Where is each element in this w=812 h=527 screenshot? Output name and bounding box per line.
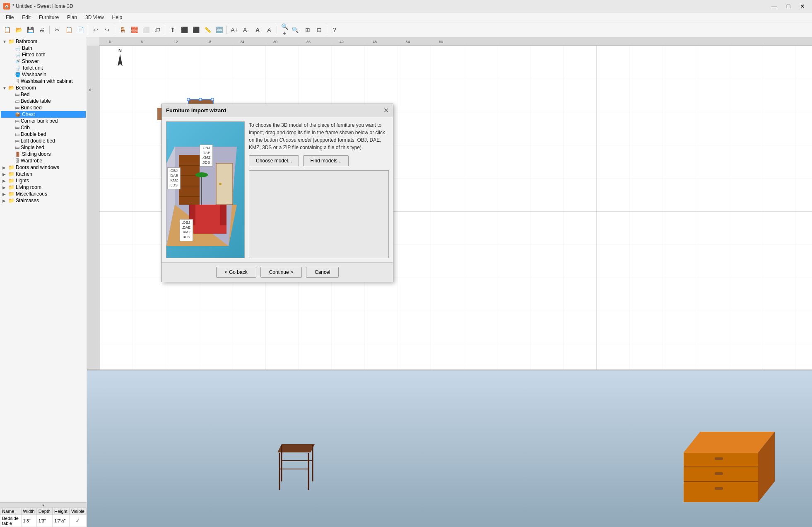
dialog-title-bar: Furniture import wizard ✕ [162, 104, 393, 117]
go-back-button[interactable]: < Go back [216, 267, 256, 278]
wizard-illustration [166, 122, 245, 258]
choose-model-button[interactable]: Choose model... [249, 155, 299, 166]
svg-point-53 [195, 172, 208, 177]
dialog-action-buttons: Choose model... Find models... [249, 155, 389, 166]
dialog-model-preview-area[interactable]: .OBJ .DAE .KMZ .3DS .OBJ .DAE .KMZ .3DS … [166, 121, 245, 258]
model-drop-zone[interactable] [249, 170, 389, 258]
dialog-title: Furniture import wizard [166, 107, 226, 114]
svg-rect-50 [216, 163, 233, 205]
svg-point-51 [219, 183, 222, 185]
furniture-import-wizard-dialog: Furniture import wizard ✕ [161, 104, 393, 282]
svg-rect-45 [179, 155, 200, 205]
cancel-button[interactable]: Cancel [306, 267, 339, 278]
find-models-button[interactable]: Find models... [303, 155, 348, 166]
dialog-overlay: Furniture import wizard ✕ [0, 0, 812, 527]
format-tag-1: .OBJ .DAE .KMZ .3DS [200, 145, 213, 167]
dialog-description: To choose the 3D model of the piece of f… [249, 121, 389, 151]
dialog-right-panel: To choose the 3D model of the piece of f… [249, 121, 389, 258]
dialog-body: .OBJ .DAE .KMZ .3DS .OBJ .DAE .KMZ .3DS … [162, 117, 393, 262]
svg-rect-57 [220, 205, 226, 225]
continue-button[interactable]: Continue > [260, 267, 302, 278]
dialog-footer: < Go back Continue > Cancel [162, 262, 393, 282]
format-tag-3: .OBJ .DAE .KMZ .3DS [180, 219, 193, 241]
format-tag-2: .OBJ .DAE .KMZ .3DS [167, 167, 181, 189]
dialog-close-button[interactable]: ✕ [383, 106, 389, 114]
